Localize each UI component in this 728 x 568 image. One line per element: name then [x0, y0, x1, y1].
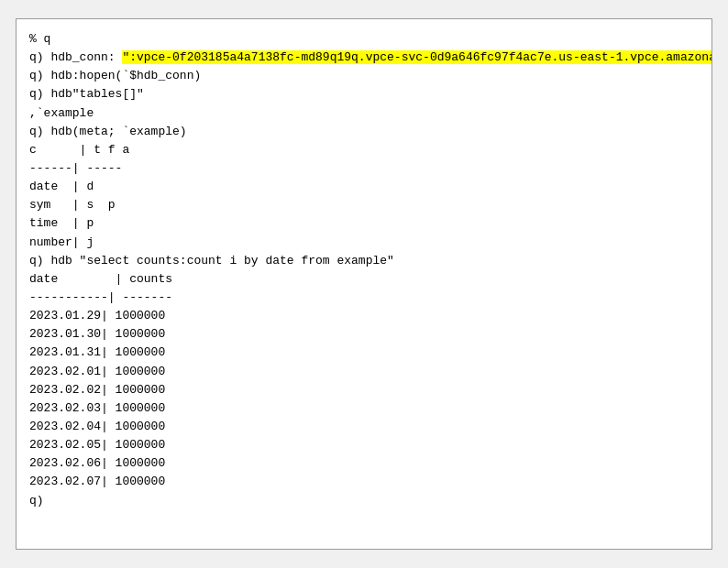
line-final-prompt: q): [29, 492, 699, 510]
line-time-type: time | p: [29, 214, 699, 233]
line-result-header: date | counts: [29, 270, 699, 289]
line-col-separator: ------| -----: [29, 159, 699, 178]
line-tables-query: q) hdb"tables[]": [29, 85, 699, 104]
line-result-separator: -----------| -------: [29, 289, 699, 307]
line-example-result: ,`example: [29, 104, 699, 123]
terminal-window: % q q) hdb_conn: ":vpce-0f203185a4a7138f…: [16, 18, 712, 550]
line-date-type: date | d: [29, 178, 699, 196]
line-data-row-5: 2023.02.02| 1000000: [29, 381, 699, 399]
line-hopen: q) hdb:hopen(`$hdb_conn): [29, 67, 699, 85]
line-data-row-10: 2023.02.07| 1000000: [29, 473, 699, 491]
line-data-row-9: 2023.02.06| 1000000: [29, 454, 699, 473]
line-data-row-1: 2023.01.29| 1000000: [29, 307, 699, 325]
line-number-type: number| j: [29, 234, 699, 252]
line-data-row-4: 2023.02.01| 1000000: [29, 363, 699, 381]
line-data-row-8: 2023.02.05| 1000000: [29, 436, 699, 454]
line-data-row-6: 2023.02.03| 1000000: [29, 399, 699, 418]
line-meta-query: q) hdb(meta; `example): [29, 123, 699, 141]
line-data-row-2: 2023.01.30| 1000000: [29, 325, 699, 344]
line-data-row-3: 2023.01.31| 1000000: [29, 344, 699, 362]
line-select-query: q) hdb "select counts:count i by date fr…: [29, 252, 699, 270]
line-sym-type: sym | s p: [29, 196, 699, 214]
line-data-row-7: 2023.02.04| 1000000: [29, 418, 699, 436]
line-1: % q: [29, 30, 699, 49]
line-hdb-conn: q) hdb_conn: ":vpce-0f203185a4a7138fc-md…: [29, 49, 699, 67]
highlighted-connection-string: ":vpce-0f203185a4a7138fc-md89q19q.vpce-s…: [122, 50, 712, 64]
line-col-header: c | t f a: [29, 141, 699, 159]
